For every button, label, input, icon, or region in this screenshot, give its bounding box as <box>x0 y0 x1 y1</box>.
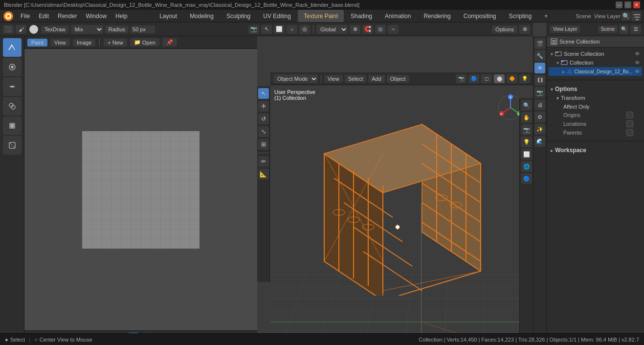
sidebar-physics-icon[interactable]: 🌊 <box>534 136 545 147</box>
maximize-button[interactable]: □ <box>624 1 631 8</box>
object-menu-btn[interactable]: Object <box>387 75 409 83</box>
workspace-header[interactable]: ▸ Workspace <box>551 145 640 155</box>
fill-tool-btn[interactable] <box>3 116 22 135</box>
sidebar-particles-icon[interactable]: ✨ <box>534 124 545 135</box>
origins-checkbox[interactable] <box>626 112 633 118</box>
nav-transform-btn[interactable]: ⊞ <box>258 139 269 150</box>
add-menu-btn[interactable]: Add <box>368 75 385 83</box>
sidebar-filter-icon[interactable]: 🎞 <box>534 75 545 86</box>
tab-sculpting[interactable]: Sculpting <box>221 10 256 22</box>
object-item[interactable]: ▸ Classical_Design_12_Bo... 👁 <box>549 67 642 76</box>
proportional-icon[interactable]: ◎ <box>375 25 386 34</box>
sidebar-tools-icon[interactable]: 🔧 <box>534 50 545 61</box>
nav-rotate-btn[interactable]: ↺ <box>258 114 269 124</box>
nav-measure-btn[interactable]: 📐 <box>258 169 269 180</box>
brush-icon[interactable]: 🖌 <box>16 25 26 34</box>
paint-btn[interactable]: Paint <box>27 39 47 46</box>
sidebar-camera2-icon[interactable]: 📷 <box>534 87 545 98</box>
select-icon-2[interactable]: ↖ <box>261 25 272 34</box>
object-mode-select[interactable]: Object Mode Edit Mode Sculpt Mode <box>273 74 318 83</box>
color-preview[interactable] <box>29 25 38 34</box>
sidebar-view-icon[interactable]: 👁 <box>534 63 545 73</box>
vsi-world-icon[interactable]: 🌐 <box>521 161 532 172</box>
locations-checkbox[interactable] <box>626 120 633 127</box>
radius-input[interactable] <box>131 25 155 33</box>
scene-selector[interactable]: Scene <box>576 13 591 19</box>
viewport-solid-icon[interactable]: ⬤ <box>494 74 505 83</box>
tab-compositing[interactable]: Compositing <box>458 10 502 22</box>
minimize-button[interactable]: — <box>616 1 622 8</box>
view-layer-selector[interactable]: View Layer <box>594 13 621 19</box>
tab-uv-editing[interactable]: UV Editing <box>257 10 297 22</box>
close-button[interactable]: ✕ <box>633 1 640 8</box>
viewport-rendered-icon[interactable]: 💡 <box>519 74 530 83</box>
vsi-zoom-icon[interactable]: 🔍 <box>521 100 532 111</box>
clone-tool-btn[interactable] <box>3 97 22 115</box>
soften-tool-btn[interactable] <box>3 58 22 76</box>
pivot-icon[interactable]: ⊕ <box>350 25 360 34</box>
image-btn[interactable]: Image <box>73 39 96 46</box>
vsi-camera-icon[interactable]: 📷 <box>521 124 532 135</box>
pin-btn[interactable]: 📌 <box>162 38 177 46</box>
obj-eye-icon[interactable]: 👁 <box>635 69 640 74</box>
blend-mode-select[interactable]: Mix Add Multiply <box>71 25 103 34</box>
camera-icon[interactable]: 📷 <box>248 25 259 34</box>
scene-collection-root[interactable]: ▾ Scene Collection 👁 <box>549 49 642 58</box>
box-select-icon[interactable]: ⬜ <box>274 25 285 34</box>
filter-icon[interactable] <box>631 11 641 21</box>
sidebar-scene-icon[interactable]: 🎬 <box>534 38 545 49</box>
tab-texture-paint[interactable]: Texture Paint <box>298 10 344 22</box>
viewport-material-icon[interactable]: 🔶 <box>507 74 517 83</box>
tab-rendering[interactable]: Rendering <box>418 10 456 22</box>
tab-animation[interactable]: Animation <box>379 10 417 22</box>
options-header[interactable]: ▾ Options <box>551 84 640 94</box>
menu-edit[interactable]: Edit <box>35 12 53 21</box>
collection-item[interactable]: ▾ Collection 👁 <box>549 58 642 67</box>
nav-move-btn[interactable]: ✛ <box>258 101 269 112</box>
vsi-render-icon[interactable]: ⬜ <box>521 149 532 160</box>
texdraw-btn[interactable]: TexDraw <box>41 25 69 33</box>
collection-eye-icon[interactable]: 👁 <box>635 51 640 57</box>
view-menu-btn[interactable]: View <box>324 75 343 83</box>
nav-scale-btn[interactable]: ⤡ <box>258 126 269 137</box>
nav-annotate-btn[interactable]: ✏ <box>258 156 269 167</box>
menu-window[interactable]: Window <box>82 12 111 21</box>
tab-shading[interactable]: Shading <box>345 10 378 22</box>
vsi-hand-icon[interactable]: ✋ <box>521 112 532 123</box>
menu-help[interactable]: Help <box>111 12 132 21</box>
scene-btn[interactable]: Scene <box>598 25 618 33</box>
mask-tool-btn[interactable] <box>3 136 22 155</box>
sidebar-output-icon[interactable]: 🖨 <box>534 99 545 110</box>
search-button[interactable]: 🔍 <box>622 12 630 21</box>
viewport-wireframe-icon[interactable]: ◻ <box>481 74 492 83</box>
viewport-canvas[interactable]: User Perspective (1) Collection Z Y <box>270 85 533 345</box>
transform-header[interactable]: ▾ Transform <box>556 94 640 102</box>
viewport-camera-icon[interactable]: 📷 <box>456 74 466 83</box>
vsi-material-icon[interactable]: 🔵 <box>521 173 532 184</box>
tab-modeling[interactable]: Modeling <box>184 10 220 22</box>
menu-render[interactable]: Render <box>54 12 81 21</box>
open-image-btn[interactable]: 📁 Open <box>130 38 159 46</box>
circle-select-icon[interactable]: ◎ <box>299 25 310 34</box>
view-layer-btn[interactable]: View Layer <box>550 25 580 33</box>
outliner-search-btn[interactable]: 🔍 <box>620 25 628 34</box>
new-image-btn[interactable]: + New <box>104 39 127 46</box>
tab-add[interactable]: + <box>538 10 554 22</box>
lasso-icon[interactable]: ○ <box>287 25 297 34</box>
select-menu-btn[interactable]: Select <box>345 75 367 83</box>
snapping-icon[interactable]: 🧲 <box>362 25 373 34</box>
sidebar-render-icon[interactable]: ⚙ <box>534 112 545 122</box>
parents-checkbox[interactable] <box>626 129 633 136</box>
draw-tool-btn[interactable] <box>3 38 22 57</box>
outliner-filter-icon[interactable]: ☰ <box>630 25 641 34</box>
coll-eye-icon[interactable]: 👁 <box>635 60 640 66</box>
view-btn[interactable]: View <box>50 39 70 46</box>
falloff-icon[interactable]: ~ <box>388 25 399 34</box>
tab-scripting[interactable]: Scripting <box>503 10 538 22</box>
viewport-options-icon[interactable]: ⊕ <box>519 25 530 34</box>
options-button[interactable]: Options <box>492 25 517 33</box>
vsi-lamp-icon[interactable]: 💡 <box>521 137 532 147</box>
smear-tool-btn[interactable] <box>3 77 22 96</box>
viewport-render-icon[interactable]: 🔵 <box>468 74 479 83</box>
editor-type-icon[interactable]: ⬛ <box>3 25 14 34</box>
